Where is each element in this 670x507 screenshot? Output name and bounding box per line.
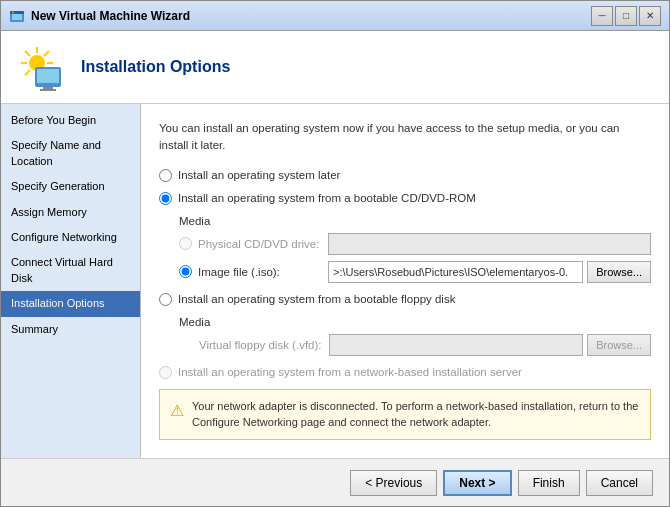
cancel-button[interactable]: Cancel: [586, 470, 653, 496]
option-install-network-row: Install an operating system from a netwo…: [159, 366, 651, 379]
image-file-radio[interactable]: [179, 265, 192, 278]
sidebar-item-specify-name[interactable]: Specify Name and Location: [1, 133, 140, 174]
main-area: Before You Begin Specify Name and Locati…: [1, 104, 669, 458]
virtual-floppy-label: Virtual floppy disk (.vfd):: [199, 339, 329, 351]
option-install-cd-label[interactable]: Install an operating system from a boota…: [178, 192, 476, 204]
virtual-floppy-row: Virtual floppy disk (.vfd): Browse...: [179, 334, 651, 356]
warning-icon: ⚠: [170, 399, 184, 423]
window-icon: [9, 8, 25, 24]
physical-drive-row: Physical CD/DVD drive:: [179, 233, 651, 255]
minimize-button[interactable]: ─: [591, 6, 613, 26]
image-file-browse-button[interactable]: Browse...: [587, 261, 651, 283]
option-install-floppy-label[interactable]: Install an operating system from a boota…: [178, 293, 455, 305]
physical-drive-input: [328, 233, 651, 255]
maximize-button[interactable]: □: [615, 6, 637, 26]
virtual-floppy-input[interactable]: [329, 334, 583, 356]
sidebar: Before You Begin Specify Name and Locati…: [1, 104, 141, 458]
intro-text: You can install an operating system now …: [159, 120, 651, 155]
floppy-media-group: Media Virtual floppy disk (.vfd): Browse…: [179, 316, 651, 356]
image-file-row: Image file (.iso): Browse...: [179, 261, 651, 283]
wizard-header-title: Installation Options: [81, 58, 230, 76]
floppy-media-label: Media: [179, 316, 651, 328]
option-install-network-label[interactable]: Install an operating system from a netwo…: [178, 366, 522, 378]
virtual-floppy-browse-button[interactable]: Browse...: [587, 334, 651, 356]
image-file-input[interactable]: [328, 261, 583, 283]
svg-rect-15: [43, 87, 53, 89]
svg-rect-1: [12, 13, 22, 20]
next-button[interactable]: Next >: [443, 470, 511, 496]
option-install-floppy-row: Install an operating system from a boota…: [159, 293, 651, 306]
option-install-network-radio[interactable]: [159, 366, 172, 379]
svg-line-12: [25, 70, 30, 75]
sidebar-item-configure-networking[interactable]: Configure Networking: [1, 225, 140, 250]
window-controls: ─ □ ✕: [591, 6, 661, 26]
sidebar-item-installation-options[interactable]: Installation Options: [1, 291, 140, 316]
content-area: You can install an operating system now …: [141, 104, 669, 458]
svg-point-3: [12, 11, 14, 13]
option-install-floppy-radio[interactable]: [159, 293, 172, 306]
sidebar-item-before-you-begin[interactable]: Before You Begin: [1, 108, 140, 133]
svg-line-9: [25, 51, 30, 56]
previous-button[interactable]: < Previous: [350, 470, 437, 496]
svg-line-11: [44, 51, 49, 56]
sidebar-item-assign-memory[interactable]: Assign Memory: [1, 200, 140, 225]
svg-rect-16: [40, 89, 56, 91]
sidebar-item-summary[interactable]: Summary: [1, 317, 140, 342]
footer: < Previous Next > Finish Cancel: [1, 458, 669, 506]
cd-media-group: Media Physical CD/DVD drive: Image file …: [179, 215, 651, 283]
image-file-label: Image file (.iso):: [198, 266, 328, 278]
option-install-later-row: Install an operating system later: [159, 169, 651, 182]
sidebar-item-specify-generation[interactable]: Specify Generation: [1, 174, 140, 199]
finish-button[interactable]: Finish: [518, 470, 580, 496]
window-title: New Virtual Machine Wizard: [31, 9, 591, 23]
option-install-later-label[interactable]: Install an operating system later: [178, 169, 340, 181]
physical-drive-label: Physical CD/DVD drive:: [198, 238, 328, 250]
option-install-cd-radio[interactable]: [159, 192, 172, 205]
svg-rect-14: [37, 69, 59, 83]
physical-drive-radio[interactable]: [179, 237, 192, 250]
wizard-header: Installation Options: [1, 31, 669, 104]
option-install-cd-row: Install an operating system from a boota…: [159, 192, 651, 205]
sidebar-item-connect-vhd[interactable]: Connect Virtual Hard Disk: [1, 250, 140, 291]
warning-text: Your network adapter is disconnected. To…: [192, 398, 640, 431]
close-button[interactable]: ✕: [639, 6, 661, 26]
wizard-window: New Virtual Machine Wizard ─ □ ✕: [0, 0, 670, 507]
title-bar: New Virtual Machine Wizard ─ □ ✕: [1, 1, 669, 31]
warning-box: ⚠ Your network adapter is disconnected. …: [159, 389, 651, 440]
wizard-icon: [17, 43, 65, 91]
cd-media-label: Media: [179, 215, 651, 227]
option-install-later-radio[interactable]: [159, 169, 172, 182]
